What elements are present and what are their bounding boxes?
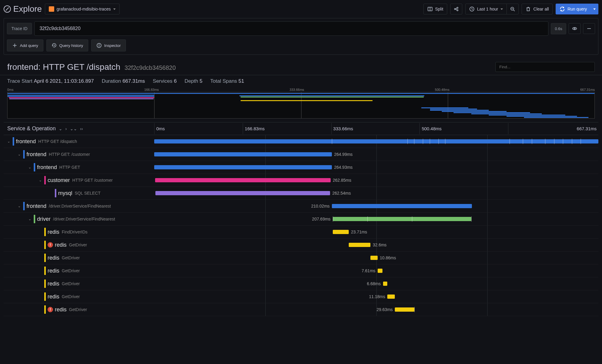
span-row[interactable]: !redisGetDriver29.63ms (4, 303, 598, 316)
span-duration: 262.85ms (333, 178, 351, 183)
svg-line-9 (513, 10, 515, 11)
span-track (154, 135, 598, 148)
span-bar[interactable] (370, 256, 378, 260)
span-bar[interactable] (387, 295, 395, 299)
svg-point-2 (454, 8, 456, 10)
run-query-options[interactable] (591, 4, 598, 14)
span-bar[interactable] (333, 230, 349, 234)
service-color-bar (44, 292, 46, 301)
chevron-down-icon[interactable]: ⌄ (28, 165, 32, 169)
minimap-body[interactable] (7, 92, 595, 119)
find-input[interactable] (495, 62, 595, 72)
svg-line-6 (456, 9, 457, 10)
time-range-picker[interactable]: Last 1 hour (465, 4, 507, 14)
trace-minimap[interactable]: 0ms 166.83ms 333.66ms 500.48ms 667.31ms (7, 87, 595, 119)
service-color-bar (34, 163, 35, 171)
span-label: redisFindDriverIDs (4, 228, 154, 236)
span-track: 11.18ms (154, 290, 598, 303)
span-row[interactable]: redisGetDriver7.61ms (4, 264, 598, 277)
chevron-down-icon[interactable]: ⌄ (38, 178, 42, 182)
service-name: redis (55, 242, 67, 248)
service-name: redis (55, 307, 67, 313)
span-row[interactable]: !redisGetDriver32.6ms (4, 239, 598, 251)
tick-label: 333.66ms (290, 88, 304, 91)
span-row[interactable]: ⌄customerHTTP GET /customer262.85ms (4, 174, 598, 187)
service-color-bar (23, 150, 25, 159)
span-track: 207.69ms (154, 213, 598, 225)
span-row[interactable]: mysqlSQL SELECT262.54ms (4, 187, 598, 200)
svg-point-3 (457, 7, 458, 8)
add-query-button[interactable]: Add query (7, 39, 43, 51)
query-timing-badge: 0.6s (551, 23, 566, 34)
span-row[interactable]: ⌄frontendHTTP GET: /customer264.99ms (4, 148, 598, 161)
span-track: 6.68ms (154, 277, 598, 290)
stat-spans: Total Spans 51 (210, 78, 244, 84)
span-track: 264.99ms (154, 148, 598, 161)
toggle-visibility-button[interactable] (569, 23, 581, 34)
query-history-button[interactable]: Query history (46, 39, 88, 51)
chevron-down-icon[interactable]: ⌄ (7, 139, 11, 143)
service-color-bar (13, 137, 14, 146)
datasource-picker[interactable]: grafanacloud-mdisibio-traces (45, 4, 120, 14)
span-bar[interactable] (349, 243, 370, 247)
service-name: frontend (16, 138, 36, 145)
remove-query-button[interactable] (583, 23, 595, 34)
span-row[interactable]: ⌄frontend/driver.DriverService/FindNeare… (4, 200, 598, 213)
collapse-one-button[interactable]: ⌄⌄ (70, 126, 77, 131)
span-row[interactable]: redisGetDriver11.18ms (4, 290, 598, 303)
span-bar[interactable] (155, 178, 331, 182)
span-list: ⌄frontendHTTP GET /dispatch⌄frontendHTTP… (4, 135, 598, 316)
service-name: redis (48, 255, 59, 261)
span-duration: 23.71ms (351, 230, 367, 234)
service-color-bar (44, 279, 46, 288)
clock-icon (469, 6, 475, 12)
svg-point-18 (99, 44, 99, 45)
collapse-all-button[interactable]: ⌄ (59, 126, 62, 131)
span-row[interactable]: ⌄frontendHTTP GET264.93ms (4, 161, 598, 174)
span-bar[interactable] (395, 307, 414, 312)
span-bar[interactable] (383, 282, 388, 286)
service-name: redis (48, 229, 59, 235)
span-bar[interactable] (154, 152, 332, 156)
clear-all-button[interactable]: Clear all (522, 4, 553, 14)
service-color-bar (55, 189, 56, 197)
span-bar[interactable] (332, 204, 472, 208)
span-header-right: 0ms 166.83ms 333.66ms 500.48ms 667.31ms (154, 123, 598, 134)
chevron-down-icon[interactable]: ⌄ (17, 152, 21, 156)
run-query-button[interactable]: Run query (556, 4, 591, 14)
split-label: Split (435, 7, 443, 11)
service-color-bar (44, 176, 46, 184)
span-label: ⌄frontendHTTP GET /dispatch (4, 137, 154, 146)
span-bar[interactable] (333, 217, 471, 221)
span-bar[interactable] (154, 165, 332, 169)
stat-services: Services 6 (153, 78, 176, 84)
zoom-out-button[interactable] (507, 4, 519, 14)
operation-name: GetDriver (62, 281, 80, 286)
svg-point-12 (574, 28, 575, 29)
expand-all-button[interactable]: › (65, 126, 67, 131)
span-header: Service & Operation ⌄ › ⌄⌄ ›› 0ms 166.83… (4, 122, 598, 135)
timeline-tick: 667.31ms (508, 123, 598, 134)
inspector-button[interactable]: Inspector (91, 39, 126, 51)
span-track: 10.86ms (154, 251, 598, 264)
span-row[interactable]: ⌄driver/driver.DriverService/FindNearest… (4, 213, 598, 226)
span-track: 23.71ms (154, 226, 598, 238)
span-row[interactable]: redisGetDriver6.68ms (4, 277, 598, 290)
expand-one-button[interactable]: ›› (80, 126, 83, 131)
split-button[interactable]: Split (423, 4, 447, 14)
query-row: Trace ID 0.6s (7, 21, 595, 36)
operation-name: GetDriver (62, 268, 80, 273)
span-bar[interactable] (378, 269, 382, 273)
share-button[interactable] (450, 4, 462, 14)
span-bar[interactable] (155, 191, 330, 195)
trace-id-input[interactable] (34, 21, 548, 36)
trace-id-label: Trace ID (7, 23, 32, 34)
operation-name: HTTP GET: /customer (49, 152, 90, 157)
span-row[interactable]: redisFindDriverIDs23.71ms (4, 226, 598, 239)
span-label: mysqlSQL SELECT (4, 189, 154, 197)
chevron-down-icon[interactable]: ⌄ (28, 217, 32, 221)
chevron-down-icon[interactable]: ⌄ (17, 204, 21, 208)
span-row[interactable]: ⌄frontendHTTP GET /dispatch (4, 135, 598, 148)
span-row[interactable]: redisGetDriver10.86ms (4, 251, 598, 264)
operation-name: GetDriver (62, 294, 80, 299)
